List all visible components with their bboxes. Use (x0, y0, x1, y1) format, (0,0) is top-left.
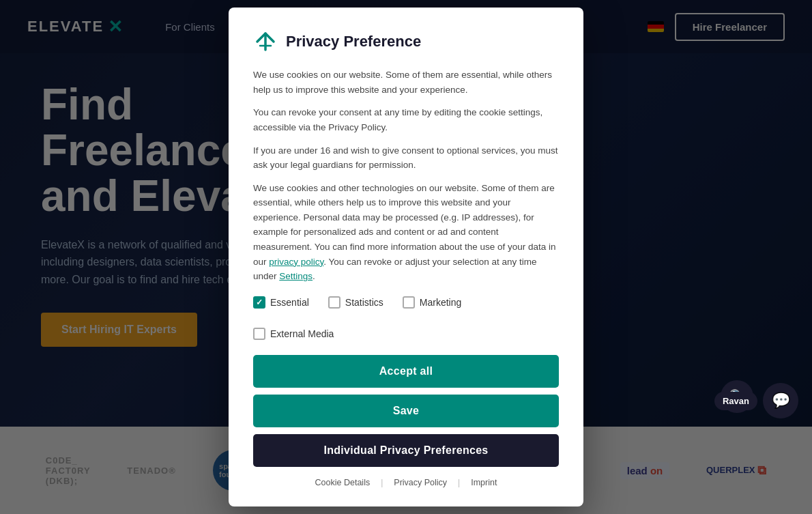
chat-icon: 💬 (772, 392, 790, 410)
modal-paragraph-2: You can revoke your consent at any time … (253, 105, 559, 134)
individual-privacy-button[interactable]: Individual Privacy Preferences (253, 434, 559, 467)
checkbox-statistics[interactable]: Statistics (328, 296, 383, 309)
separator-1: | (381, 478, 383, 487)
privacy-policy-footer-link[interactable]: Privacy Policy (394, 478, 447, 487)
modal-paragraph-1: We use cookies on our website. Some of t… (253, 68, 559, 97)
modal-title: Privacy Preference (286, 33, 421, 51)
modal-header: Privacy Preference (253, 29, 559, 54)
external-media-checkbox-box[interactable] (253, 328, 265, 340)
marketing-checkbox-box[interactable] (403, 296, 415, 309)
imprint-link[interactable]: Imprint (471, 478, 497, 487)
modal-logo-icon (253, 29, 278, 54)
accept-all-button[interactable]: Accept all (253, 355, 559, 388)
modal-overlay: Privacy Preference We use cookies on our… (0, 0, 812, 514)
privacy-modal: Privacy Preference We use cookies on our… (229, 8, 583, 506)
statistics-checkbox-box[interactable] (328, 296, 340, 309)
essential-label: Essential (270, 297, 309, 308)
modal-paragraph-4: We use cookies and other technologies on… (253, 181, 559, 284)
modal-footer: Cookie Details | Privacy Policy | Imprin… (253, 478, 559, 487)
modal-body: We use cookies on our website. Some of t… (253, 68, 559, 284)
checkbox-marketing[interactable]: Marketing (403, 296, 461, 309)
modal-paragraph-3: If you are under 16 and wish to give con… (253, 143, 559, 173)
modal-checkboxes: ✓ Essential Statistics Marketing Externa… (253, 296, 559, 340)
separator-2: | (458, 478, 460, 487)
external-media-label: External Media (270, 328, 334, 339)
essential-checkbox-box[interactable]: ✓ (253, 296, 265, 309)
marketing-label: Marketing (420, 297, 461, 308)
chat-button[interactable]: 💬 (763, 383, 798, 418)
privacy-policy-link[interactable]: privacy policy (269, 257, 323, 267)
statistics-label: Statistics (345, 297, 383, 308)
cookie-details-link[interactable]: Cookie Details (315, 478, 371, 487)
settings-link[interactable]: Settings (279, 271, 313, 281)
chat-label: Ravan (714, 392, 757, 410)
checkbox-essential[interactable]: ✓ Essential (253, 296, 309, 309)
checkmark-icon: ✓ (256, 298, 263, 306)
checkbox-external-media[interactable]: External Media (253, 328, 334, 340)
chat-widget: Ravan 💬 (714, 383, 798, 418)
save-button[interactable]: Save (253, 395, 559, 427)
